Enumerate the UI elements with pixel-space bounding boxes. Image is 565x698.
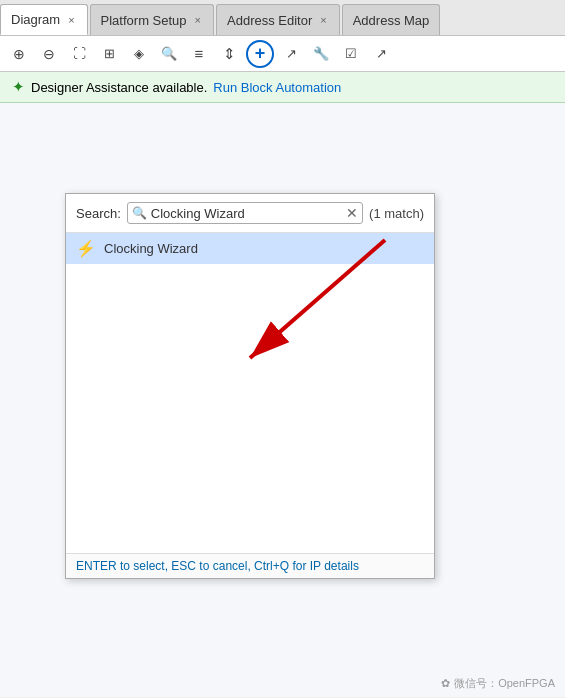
align-icon: ≡ (195, 45, 204, 62)
main-toolbar: ⊕ ⊖ ⛶ ⊞ ◈ 🔍 ≡ ⇕ + ↗ 🔧 ☑ ↗ (0, 36, 565, 72)
settings-button[interactable]: 🔧 (308, 41, 334, 67)
watermark: ✿ 微信号：OpenFPGA (441, 676, 555, 691)
search-label: Search: (76, 206, 121, 221)
zoom-out-icon: ⊖ (43, 46, 55, 62)
search-header: Search: 🔍 ✕ (1 match) (66, 194, 434, 233)
assistance-text: Designer Assistance available. (31, 80, 207, 95)
tab-platform-setup[interactable]: Platform Setup × (90, 4, 214, 35)
search-dialog: Search: 🔍 ✕ (1 match) ⚡ Clocking Wizard … (65, 193, 435, 579)
tab-address-map-label: Address Map (353, 13, 430, 28)
pin-icon: ◈ (134, 46, 144, 61)
select-icon: ⊞ (104, 46, 115, 61)
watermark-text: 微信号：OpenFPGA (454, 676, 555, 691)
watermark-icon: ✿ (441, 677, 450, 690)
zoom-out-button[interactable]: ⊖ (36, 41, 62, 67)
fit-view-icon: ⛶ (73, 46, 86, 61)
search-input[interactable] (151, 206, 342, 221)
tab-platform-setup-close[interactable]: × (193, 14, 203, 26)
search-tool-button[interactable]: 🔍 (156, 41, 182, 67)
export-icon: ↗ (376, 46, 387, 61)
tab-address-editor-label: Address Editor (227, 13, 312, 28)
run-block-automation-link[interactable]: Run Block Automation (213, 80, 341, 95)
search-clear-icon[interactable]: ✕ (346, 205, 358, 221)
connect-button[interactable]: ↗ (278, 41, 304, 67)
results-list: ⚡ Clocking Wizard (66, 233, 434, 553)
assistance-bar: ✦ Designer Assistance available. Run Blo… (0, 72, 565, 103)
dialog-footer: ENTER to select, ESC to cancel, Ctrl+Q f… (66, 553, 434, 578)
tab-address-map[interactable]: Address Map (342, 4, 441, 35)
tab-diagram-close[interactable]: × (66, 14, 76, 26)
search-icon: 🔍 (132, 206, 147, 220)
validate-button[interactable]: ☑ (338, 41, 364, 67)
tab-address-editor[interactable]: Address Editor × (216, 4, 340, 35)
tab-bar: Diagram × Platform Setup × Address Edito… (0, 0, 565, 36)
clocking-wizard-label: Clocking Wizard (104, 241, 198, 256)
match-count: (1 match) (369, 206, 424, 221)
pin-button[interactable]: ◈ (126, 41, 152, 67)
export-button[interactable]: ↗ (368, 41, 394, 67)
route-button[interactable]: ⇕ (216, 41, 242, 67)
search-input-wrapper: 🔍 ✕ (127, 202, 363, 224)
result-item-clocking-wizard[interactable]: ⚡ Clocking Wizard (66, 233, 434, 264)
add-ip-button[interactable]: + (246, 40, 274, 68)
connect-icon: ↗ (286, 46, 297, 61)
zoom-in-icon: ⊕ (13, 46, 25, 62)
add-ip-icon: + (255, 43, 266, 64)
clocking-wizard-icon: ⚡ (76, 239, 96, 258)
route-icon: ⇕ (223, 45, 236, 63)
settings-icon: 🔧 (313, 46, 329, 61)
diagram-area: Search: 🔍 ✕ (1 match) ⚡ Clocking Wizard … (0, 103, 565, 697)
tab-platform-setup-label: Platform Setup (101, 13, 187, 28)
align-button[interactable]: ≡ (186, 41, 212, 67)
zoom-in-button[interactable]: ⊕ (6, 41, 32, 67)
assistance-icon: ✦ (12, 78, 25, 96)
select-button[interactable]: ⊞ (96, 41, 122, 67)
tab-address-editor-close[interactable]: × (318, 14, 328, 26)
tab-diagram-label: Diagram (11, 12, 60, 27)
search-tool-icon: 🔍 (161, 46, 177, 61)
validate-icon: ☑ (345, 46, 357, 61)
tab-diagram[interactable]: Diagram × (0, 4, 88, 35)
fit-view-button[interactable]: ⛶ (66, 41, 92, 67)
